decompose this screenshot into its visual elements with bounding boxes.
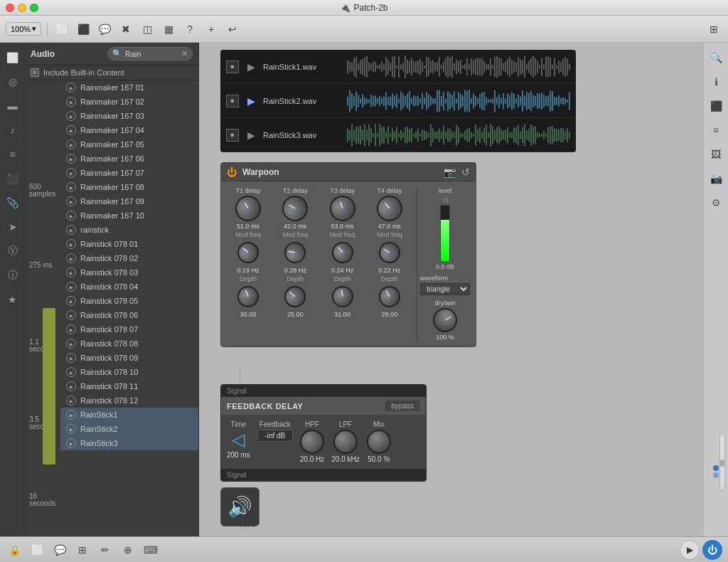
right-icon-media[interactable]: 🖼 — [708, 147, 724, 162]
right-icon-photo[interactable]: 📷 — [708, 171, 724, 186]
include-checkbox[interactable]: ✕ — [31, 68, 39, 77]
grid-button[interactable]: ⊞ — [74, 541, 91, 558]
file-item[interactable]: ▶ Rainmaker 167 01 — [60, 80, 198, 95]
mod-knob[interactable] — [327, 238, 357, 267]
file-item[interactable]: ▶ RainStick1 — [60, 408, 198, 422]
warpoon-settings-icon[interactable]: ↺ — [461, 166, 470, 178]
toolbar-btn-6[interactable]: ▦ — [160, 21, 177, 38]
file-play-btn[interactable]: ▶ — [66, 310, 76, 320]
file-item[interactable]: ▶ Rainmaker 167 03 — [60, 109, 198, 123]
fb-param-knob[interactable] — [365, 428, 392, 455]
power-button[interactable]: ⏻ — [702, 540, 722, 560]
depth-knob[interactable] — [280, 282, 310, 312]
toolbar-btn-3[interactable]: 💬 — [96, 21, 113, 38]
file-play-btn[interactable]: ▶ — [66, 182, 76, 192]
toolbar-btn-1[interactable]: ⬜ — [53, 21, 70, 38]
file-play-btn[interactable]: ▶ — [66, 196, 76, 206]
file-item[interactable]: ▶ Rainstick 078 07 — [60, 322, 198, 336]
sidebar-icon-display[interactable]: ▬ — [5, 98, 21, 114]
file-play-btn[interactable]: ▶ — [66, 211, 76, 221]
knob-button[interactable]: ⊕ — [119, 541, 136, 558]
file-play-btn[interactable]: ▶ — [66, 410, 76, 420]
af-stop-button[interactable]: ■ — [226, 60, 239, 73]
close-button[interactable] — [6, 4, 14, 12]
file-item[interactable]: ▶ Rainmaker 167 06 — [60, 152, 198, 166]
sidebar-icon-send[interactable]: ➤ — [5, 219, 21, 235]
keys-button[interactable]: ⌨ — [142, 541, 159, 558]
add-button[interactable]: + — [203, 21, 220, 38]
play-button[interactable]: ▶ — [680, 540, 700, 560]
file-item[interactable]: ▶ Rainstick 078 02 — [60, 251, 198, 265]
file-item[interactable]: ▶ Rainmaker 167 07 — [60, 166, 198, 180]
depth-knob[interactable] — [235, 283, 262, 310]
toolbar-btn-5[interactable]: ◫ — [139, 21, 156, 38]
file-item[interactable]: ▶ Rainmaker 167 09 — [60, 194, 198, 208]
sidebar-icon-midi[interactable]: ≡ — [5, 147, 21, 162]
file-item[interactable]: ▶ Rainstick 078 05 — [60, 294, 198, 308]
select-button[interactable]: ⬜ — [28, 541, 46, 558]
file-play-btn[interactable]: ▶ — [66, 225, 76, 235]
drywet-knob[interactable] — [429, 304, 461, 336]
file-play-btn[interactable]: ▶ — [66, 324, 76, 334]
timeline-bar[interactable] — [43, 308, 55, 465]
file-play-btn[interactable]: ▶ — [66, 353, 76, 363]
bypass-button[interactable]: bypass — [385, 400, 420, 412]
depth-knob[interactable] — [375, 282, 404, 312]
file-play-btn[interactable]: ▶ — [66, 154, 76, 164]
toolbar-btn-7[interactable]: ? — [181, 21, 198, 38]
af-stop-button[interactable]: ■ — [226, 95, 239, 107]
file-play-btn[interactable]: ▶ — [66, 125, 76, 135]
sidebar-icon-settings[interactable]: ◎ — [5, 74, 21, 90]
file-play-btn[interactable]: ▶ — [66, 267, 76, 277]
zoom-control[interactable]: 100% ▾ — [6, 22, 41, 36]
depth-knob[interactable] — [330, 285, 355, 309]
file-play-btn[interactable]: ▶ — [66, 168, 76, 178]
sidebar-icon-browse[interactable]: ⬜ — [5, 50, 21, 65]
file-item[interactable]: ▶ Rainstick 078 11 — [60, 379, 198, 393]
mod-knob[interactable] — [283, 240, 308, 265]
file-item[interactable]: ▶ Rainmaker 167 05 — [60, 137, 198, 152]
file-item[interactable]: ▶ Rainstick 078 04 — [60, 280, 198, 294]
file-item[interactable]: ▶ Rainmaker 167 04 — [60, 123, 198, 137]
file-play-btn[interactable]: ▶ — [66, 396, 76, 405]
file-item[interactable]: ▶ Rainstick 078 12 — [60, 393, 198, 408]
file-item[interactable]: ▶ Rainstick 078 06 — [60, 308, 198, 322]
file-play-btn[interactable]: ▶ — [66, 367, 76, 377]
lock-button[interactable]: 🔒 — [6, 541, 23, 558]
af-play-button[interactable]: ▶ — [245, 129, 257, 142]
af-play-button[interactable]: ▶ — [245, 60, 257, 73]
right-icon-list[interactable]: ≡ — [708, 122, 724, 138]
speaker-node[interactable]: 🔊 — [220, 487, 259, 526]
minimize-button[interactable] — [18, 4, 26, 12]
right-icon-panel[interactable]: ⬛ — [708, 98, 724, 114]
file-play-btn[interactable]: ▶ — [66, 381, 76, 391]
comment-button[interactable]: 💬 — [51, 541, 68, 558]
file-item[interactable]: ▶ rainstick — [60, 223, 198, 237]
draw-button[interactable]: ✏ — [97, 541, 114, 558]
undo-button[interactable]: ↩ — [224, 21, 241, 38]
mod-knob[interactable] — [375, 238, 404, 267]
right-icon-mixer[interactable]: ⚙ — [708, 195, 724, 211]
file-item[interactable]: ▶ Rainmaker 167 10 — [60, 208, 198, 223]
sidebar-icon-v[interactable]: Ⓥ — [5, 243, 21, 259]
warpoon-power-icon[interactable]: ⏻ — [227, 166, 237, 178]
af-play-button[interactable]: ▶ — [245, 95, 257, 107]
file-play-btn[interactable]: ▶ — [66, 424, 76, 434]
file-play-btn[interactable]: ▶ — [66, 139, 76, 149]
file-item[interactable]: ▶ Rainstick 078 03 — [60, 265, 198, 280]
clear-search-icon[interactable]: ✕ — [181, 49, 188, 58]
waveform-select[interactable]: triangle sine square sawtooth — [420, 283, 470, 295]
sidebar-icon-notes[interactable]: ♪ — [5, 122, 21, 138]
file-item[interactable]: ▶ RainStick2 — [60, 422, 198, 436]
right-icon-info[interactable]: ℹ — [708, 74, 724, 90]
af-stop-button[interactable]: ■ — [226, 129, 239, 142]
file-play-btn[interactable]: ▶ — [66, 97, 76, 107]
sidebar-icon-clip[interactable]: 📎 — [5, 195, 21, 211]
file-play-btn[interactable]: ▶ — [66, 239, 76, 249]
file-item[interactable]: ▶ RainStick3 — [60, 436, 198, 450]
right-icon-search[interactable]: 🔍 — [708, 50, 724, 65]
file-play-btn[interactable]: ▶ — [66, 339, 76, 349]
search-box[interactable]: 🔍 Rain ✕ — [107, 47, 193, 60]
toolbar-btn-4[interactable]: ✖ — [117, 21, 134, 38]
file-item[interactable]: ▶ Rainmaker 167 02 — [60, 95, 198, 109]
